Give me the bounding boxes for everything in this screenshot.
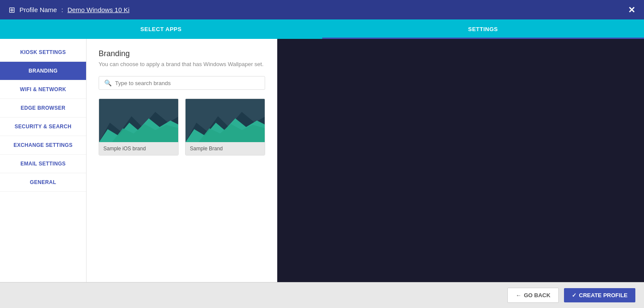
page-subtitle: You can choose to apply a brand that has…	[99, 61, 265, 67]
sidebar-item-branding[interactable]: BRANDING	[0, 62, 86, 80]
profile-name-label: Profile Name	[19, 6, 57, 13]
brand-thumbnail-sample	[186, 99, 265, 142]
title-bar-left: ⊞ Profile Name : Demo Windows 10 Ki	[9, 5, 129, 15]
tab-bar: SELECT APPS SETTINGS	[0, 19, 644, 39]
content-area: Branding You can choose to apply a brand…	[87, 39, 277, 282]
search-icon: 🔍	[104, 79, 112, 86]
windows-icon: ⊞	[9, 5, 15, 15]
go-back-label: GO BACK	[524, 292, 550, 298]
sidebar-item-general[interactable]: GENERAL	[0, 173, 86, 192]
sidebar-item-kiosk-settings[interactable]: KIOSK SETTINGS	[0, 43, 86, 62]
sidebar: KIOSK SETTINGS BRANDING WIFI & NETWORK E…	[0, 39, 87, 282]
search-container: 🔍	[99, 76, 265, 90]
brand-label-sample: Sample Brand	[186, 142, 265, 155]
go-back-button[interactable]: ← GO BACK	[507, 288, 558, 303]
app-area: ⊞ Profile Name : Demo Windows 10 Ki ✕ SE…	[0, 0, 644, 308]
sidebar-item-email-settings[interactable]: EMAIL SETTINGS	[0, 155, 86, 173]
create-profile-icon: ✓	[572, 292, 577, 298]
brand-card-sample-ios[interactable]: Sample iOS brand	[99, 98, 179, 156]
sidebar-item-edge-browser[interactable]: EDGE BROWSER	[0, 99, 86, 117]
brand-card-sample[interactable]: Sample Brand	[185, 98, 265, 156]
sidebar-item-wifi-network[interactable]: WIFI & NETWORK	[0, 80, 86, 99]
right-panel	[277, 39, 331, 282]
close-button[interactable]: ✕	[628, 5, 635, 15]
tab-select-apps[interactable]: SELECT APPS	[0, 19, 322, 39]
page-title: Branding	[99, 49, 265, 58]
create-profile-button[interactable]: ✓ CREATE PROFILE	[564, 288, 635, 302]
title-bar: ⊞ Profile Name : Demo Windows 10 Ki ✕	[0, 0, 644, 19]
brand-thumbnail-ios	[99, 99, 179, 142]
sidebar-item-exchange-settings[interactable]: EXCHANGE SETTINGS	[0, 136, 86, 155]
page-wrapper: ⊞ Profile Name : Demo Windows 10 Ki ✕ SE…	[0, 0, 644, 308]
go-back-icon: ←	[516, 292, 521, 298]
footer: ← GO BACK ✓ CREATE PROFILE	[0, 282, 644, 308]
search-input[interactable]	[115, 80, 260, 86]
brands-container: Sample iOS brand	[99, 98, 265, 156]
profile-name-colon: :	[61, 6, 63, 13]
tab-settings[interactable]: SETTINGS	[322, 19, 644, 39]
brand-label-ios: Sample iOS brand	[99, 142, 178, 155]
profile-name-value: Demo Windows 10 Ki	[67, 6, 129, 13]
body-row: KIOSK SETTINGS BRANDING WIFI & NETWORK E…	[0, 39, 644, 282]
create-profile-label: CREATE PROFILE	[579, 292, 628, 298]
main-container: KIOSK SETTINGS BRANDING WIFI & NETWORK E…	[0, 39, 277, 282]
sidebar-item-security-search[interactable]: SECURITY & SEARCH	[0, 117, 86, 136]
